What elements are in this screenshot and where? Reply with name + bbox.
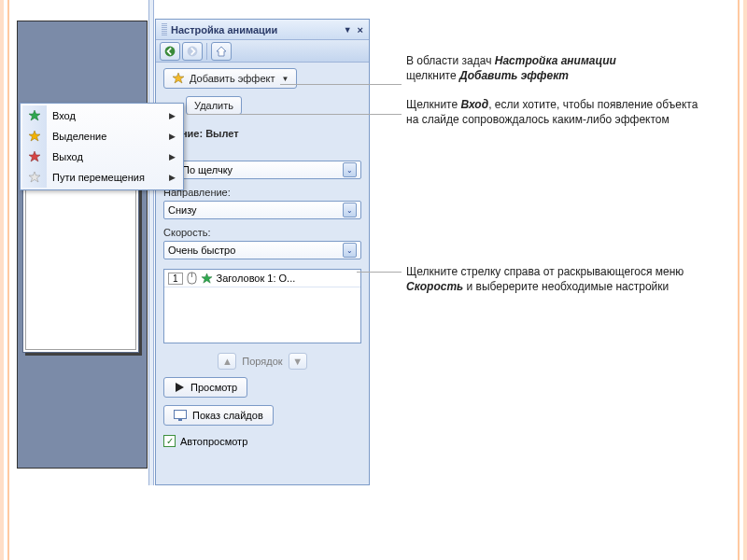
- speed-label: Скорость:: [163, 227, 361, 238]
- menu-item-emphasis[interactable]: Выделение ▶: [22, 126, 181, 147]
- move-up-button[interactable]: ▲: [218, 353, 236, 370]
- svg-marker-13: [29, 151, 40, 161]
- pane-close-button[interactable]: ×: [358, 24, 363, 35]
- preview-label: Просмотр: [190, 382, 237, 393]
- autoplay-checkbox-row[interactable]: ✓ Автопросмотр: [163, 435, 361, 447]
- submenu-arrow-icon: ▶: [169, 152, 176, 161]
- star-icon: [28, 171, 41, 184]
- menu-item-exit[interactable]: Выход ▶: [22, 147, 181, 167]
- callout-1: В области задач Настройка анимации щелкн…: [406, 53, 705, 83]
- chevron-down-icon[interactable]: ⌄: [343, 243, 357, 258]
- svg-marker-12: [29, 131, 40, 141]
- effect-list-item[interactable]: 1 Заголовок 1: О...: [164, 270, 360, 287]
- slide-edit-area: [17, 21, 148, 469]
- svg-marker-7: [201, 273, 211, 282]
- svg-point-1: [188, 46, 198, 56]
- slideshow-button[interactable]: Показ слайдов: [163, 405, 274, 426]
- move-down-button[interactable]: ▼: [289, 353, 307, 370]
- nav-home-button[interactable]: [211, 42, 232, 61]
- change-value: Вылет: [205, 128, 239, 139]
- svg-rect-9: [175, 411, 187, 419]
- callout-leader: [187, 114, 402, 115]
- submenu-arrow-icon: ▶: [169, 111, 176, 120]
- direction-label: Направление:: [163, 187, 361, 198]
- autoplay-label: Автопросмотр: [180, 436, 247, 447]
- svg-marker-11: [29, 110, 40, 120]
- checkbox-checked-icon[interactable]: ✓: [163, 435, 176, 447]
- remove-button[interactable]: Удалить: [186, 96, 242, 115]
- start-value: По щелчку: [182, 164, 233, 175]
- callout-leader: [357, 272, 402, 273]
- speed-value: Очень быстро: [168, 245, 235, 256]
- slideshow-label: Показ слайдов: [192, 410, 263, 421]
- entry-star-icon: [201, 273, 213, 285]
- svg-rect-10: [178, 419, 182, 421]
- menu-item-motion-path[interactable]: Пути перемещения ▶: [22, 167, 181, 188]
- svg-point-0: [165, 46, 176, 56]
- splitter[interactable]: [148, 0, 154, 485]
- menu-item-label: Выход: [52, 151, 83, 162]
- play-icon: [174, 382, 185, 393]
- nav-back-button[interactable]: [160, 42, 180, 61]
- pane-title-text: Настройка анимации: [171, 24, 277, 35]
- pane-nav-toolbar: [156, 40, 369, 63]
- star-icon: [28, 109, 41, 122]
- slide-thumbnail: [22, 185, 139, 353]
- callout-2: Щелкните Вход, если хотите, чтобы появле…: [406, 97, 705, 127]
- chevron-down-icon[interactable]: ⌄: [343, 203, 357, 217]
- mouse-icon: [187, 272, 197, 285]
- preview-button[interactable]: Просмотр: [163, 377, 247, 398]
- reorder-row: ▲ Порядок ▼: [163, 353, 361, 370]
- effects-list[interactable]: 1 Заголовок 1: О...: [163, 269, 361, 343]
- effect-type-menu: Вход ▶ Выделение ▶ Выход ▶ Пути перемеще…: [20, 103, 184, 190]
- direction-value: Снизу: [168, 204, 197, 216]
- add-effect-label: Добавить эффект: [190, 73, 275, 84]
- menu-item-label: Выделение: [52, 131, 106, 142]
- svg-marker-8: [176, 383, 184, 392]
- start-combo[interactable]: По щелчку ⌄: [163, 161, 361, 179]
- direction-combo[interactable]: Снизу ⌄: [163, 201, 361, 219]
- order-label: Порядок: [242, 356, 282, 367]
- effect-item-text: Заголовок 1: О...: [217, 273, 296, 284]
- submenu-arrow-icon: ▶: [169, 132, 176, 141]
- menu-item-label: Пути перемещения: [52, 172, 145, 183]
- remove-label: Удалить: [194, 100, 233, 111]
- submenu-arrow-icon: ▶: [169, 173, 176, 182]
- star-icon: [172, 72, 185, 85]
- effect-order-num: 1: [168, 273, 183, 285]
- animation-task-pane: Настройка анимации ▼ × Добавить эффект ▼…: [155, 19, 370, 485]
- callout-3: Щелкните стрелку справа от раскрывающего…: [406, 264, 705, 294]
- grip-icon: [162, 23, 167, 36]
- chevron-down-icon[interactable]: ⌄: [343, 162, 357, 177]
- speed-combo[interactable]: Очень быстро ⌄: [163, 241, 361, 259]
- caret-down-icon: ▼: [281, 75, 289, 83]
- menu-item-label: Вход: [52, 110, 76, 121]
- pane-menu-caret[interactable]: ▼: [344, 25, 352, 35]
- add-effect-button[interactable]: Добавить эффект ▼: [163, 68, 297, 89]
- callout-leader: [280, 84, 402, 85]
- nav-forward-button[interactable]: [182, 42, 203, 61]
- svg-marker-14: [29, 172, 40, 182]
- star-icon: [28, 130, 41, 143]
- screen-icon: [174, 410, 187, 421]
- start-label: ло:: [163, 147, 361, 158]
- svg-marker-2: [173, 73, 184, 83]
- menu-item-entry[interactable]: Вход ▶: [22, 105, 181, 126]
- pane-titlebar: Настройка анимации ▼ ×: [156, 20, 369, 40]
- star-icon: [28, 150, 41, 163]
